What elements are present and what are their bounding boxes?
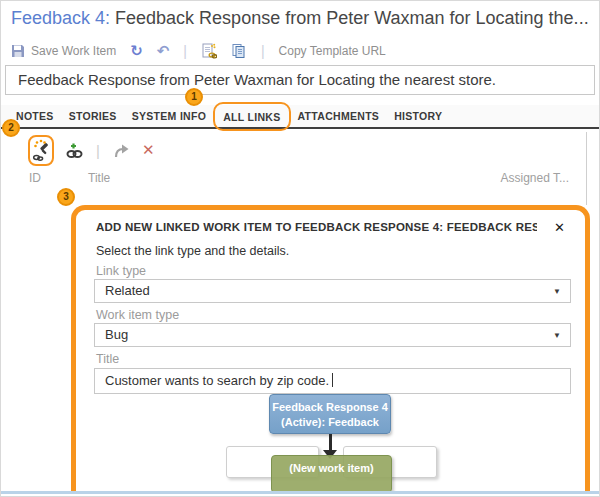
work-item-type-value: Bug xyxy=(105,327,128,342)
save-work-item-button[interactable]: Save Work Item xyxy=(11,44,116,58)
save-work-item-label: Save Work Item xyxy=(31,44,116,58)
callout-badge-3: 3 xyxy=(57,188,75,206)
callout-badge-2: 2 xyxy=(2,119,20,137)
main-toolbar: Save Work Item ↻ ↶ | xyxy=(11,40,386,62)
add-linked-work-item-dialog: ADD NEW LINKED WORK ITEM TO FEEDBACK RES… xyxy=(71,205,590,493)
diagram-source-node: Feedback Response 4 (Active): Feedback xyxy=(269,394,391,434)
links-toolbar: | ✕ xyxy=(28,134,154,166)
open-linked-item-icon[interactable] xyxy=(112,139,132,161)
page-title: Feedback 4: Feedback Response from Peter… xyxy=(11,8,589,29)
new-item-title-input[interactable]: Customer wants to search by zip code. xyxy=(94,368,571,394)
tab-history[interactable]: HISTORY xyxy=(394,110,442,122)
diagram-arrow-line xyxy=(329,434,332,451)
column-header-assigned-to[interactable]: Assigned T... xyxy=(501,171,569,185)
undo-icon[interactable]: ↶ xyxy=(157,43,170,59)
chevron-down-icon: ▼ xyxy=(553,281,561,303)
tab-attachments[interactable]: ATTACHMENTS xyxy=(298,110,380,122)
tab-strip: NOTES STORIES SYSTEM INFO ALL LINKS ATTA… xyxy=(1,105,599,129)
callout-badge-1: 1 xyxy=(185,88,203,106)
tab-stories[interactable]: STORIES xyxy=(69,110,117,122)
copy-icon[interactable] xyxy=(231,43,247,59)
work-item-type-select[interactable]: Bug ▼ xyxy=(94,323,571,347)
remove-link-icon[interactable]: ✕ xyxy=(142,141,155,159)
grid-right-border xyxy=(586,132,587,205)
work-item-id-link[interactable]: Feedback 4: xyxy=(11,8,110,28)
copy-template-url-label: Copy Template URL xyxy=(279,44,386,58)
link-type-label: Link type xyxy=(96,264,146,278)
text-cursor xyxy=(332,373,333,387)
work-item-type-label: Work item type xyxy=(96,308,179,322)
column-header-id[interactable]: ID xyxy=(29,171,41,185)
chevron-down-icon: ▼ xyxy=(553,325,561,347)
close-icon[interactable]: ✕ xyxy=(554,220,565,235)
tab-system-info[interactable]: SYSTEM INFO xyxy=(132,110,206,122)
bottom-edge-strip xyxy=(1,491,599,494)
work-item-title-input[interactable]: Feedback Response from Peter Waxman for … xyxy=(5,65,595,95)
all-links-highlight-outline: ALL LINKS xyxy=(213,102,290,131)
add-new-linked-item-icon[interactable] xyxy=(31,139,51,161)
refresh-icon[interactable]: ↻ xyxy=(130,43,143,59)
dialog-title: ADD NEW LINKED WORK ITEM TO FEEDBACK RES… xyxy=(96,221,537,233)
work-item-window: Feedback 4: Feedback Response from Peter… xyxy=(0,0,600,497)
add-existing-link-icon[interactable] xyxy=(64,139,84,161)
toolbar-separator: | xyxy=(261,43,265,59)
save-icon xyxy=(11,44,25,58)
diagram-new-item-node: (New work item) xyxy=(271,455,392,493)
tab-notes[interactable]: NOTES xyxy=(16,110,54,122)
diagram-source-line2: (Active): Feedback xyxy=(270,415,390,430)
links-toolbar-separator: | xyxy=(96,142,100,159)
link-type-value: Related xyxy=(105,283,150,298)
link-document-icon[interactable] xyxy=(201,43,217,59)
toolbar-separator: | xyxy=(183,43,187,59)
new-item-title-label: Title xyxy=(96,352,119,366)
dialog-subtitle: Select the link type and the details. xyxy=(96,244,289,258)
new-linked-item-highlight-outline xyxy=(28,135,54,166)
new-item-title-value: Customer wants to search by zip code. xyxy=(105,373,329,388)
diagram-source-line1: Feedback Response 4 xyxy=(270,400,390,415)
copy-template-url-button[interactable]: Copy Template URL xyxy=(279,44,386,58)
link-type-select[interactable]: Related ▼ xyxy=(94,279,571,303)
tab-all-links[interactable]: ALL LINKS xyxy=(223,111,280,123)
work-item-title-text: Feedback Response from Peter Waxman for … xyxy=(110,8,589,28)
column-header-title[interactable]: Title xyxy=(88,171,110,185)
